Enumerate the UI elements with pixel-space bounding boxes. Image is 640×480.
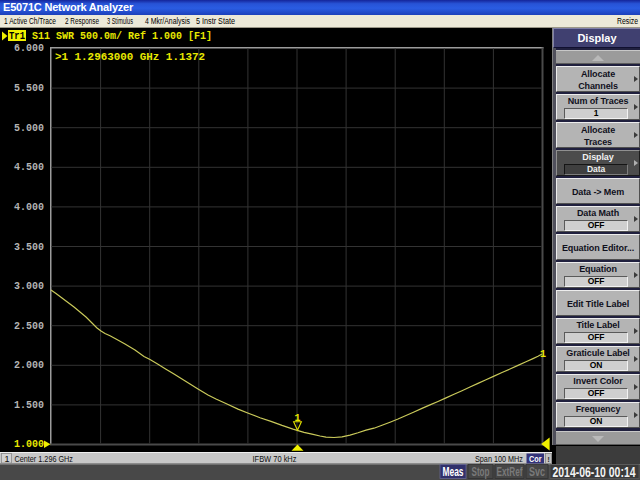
svg-text:4 Mkr/Analysis: 4 Mkr/Analysis: [145, 16, 190, 26]
svg-text:Span 100 MHz: Span 100 MHz: [475, 454, 523, 464]
svg-text:2.500: 2.500: [14, 321, 44, 332]
svg-text:3.000: 3.000: [14, 281, 44, 292]
svg-text:S11 SWR 500.0m/ Ref 1.000 [F1]: S11 SWR 500.0m/ Ref 1.000 [F1]: [32, 30, 212, 42]
svg-text:IFBW 70 kHz: IFBW 70 kHz: [253, 454, 297, 464]
svg-text:1: 1: [540, 349, 546, 360]
svg-text:1.500: 1.500: [14, 400, 44, 411]
svg-text:6.000: 6.000: [14, 43, 44, 54]
svg-text:2014-06-10 00:14: 2014-06-10 00:14: [553, 463, 636, 480]
svg-text:Meas: Meas: [443, 464, 464, 479]
svg-text:Tr1: Tr1: [9, 30, 25, 42]
svg-text:5.000: 5.000: [14, 123, 44, 134]
svg-text:1.000: 1.000: [14, 439, 44, 450]
svg-text:Svc: Svc: [529, 464, 545, 479]
svg-text:>1 1.2963000 GHz 1.1372: >1 1.2963000 GHz 1.1372: [55, 51, 205, 63]
svg-text:3.500: 3.500: [14, 242, 44, 253]
svg-text:!: !: [547, 455, 550, 464]
svg-text:2.000: 2.000: [14, 360, 44, 371]
svg-text:Center 1.296 GHz: Center 1.296 GHz: [15, 454, 74, 464]
svg-text:2 Response: 2 Response: [65, 16, 99, 26]
svg-text:1: 1: [5, 454, 10, 464]
svg-text:Stop: Stop: [472, 464, 490, 479]
svg-text:Cor: Cor: [529, 454, 542, 464]
svg-text:4.500: 4.500: [14, 162, 44, 173]
svg-text:5.500: 5.500: [14, 83, 44, 94]
svg-text:4.000: 4.000: [14, 202, 44, 213]
svg-text:Resize: Resize: [617, 16, 638, 26]
svg-text:3 Stimulus: 3 Stimulus: [107, 16, 133, 26]
svg-text:ExtRef: ExtRef: [497, 464, 523, 479]
svg-text:1 Active Ch/Trace: 1 Active Ch/Trace: [4, 16, 56, 26]
svg-text:5 Instr State: 5 Instr State: [196, 16, 235, 26]
